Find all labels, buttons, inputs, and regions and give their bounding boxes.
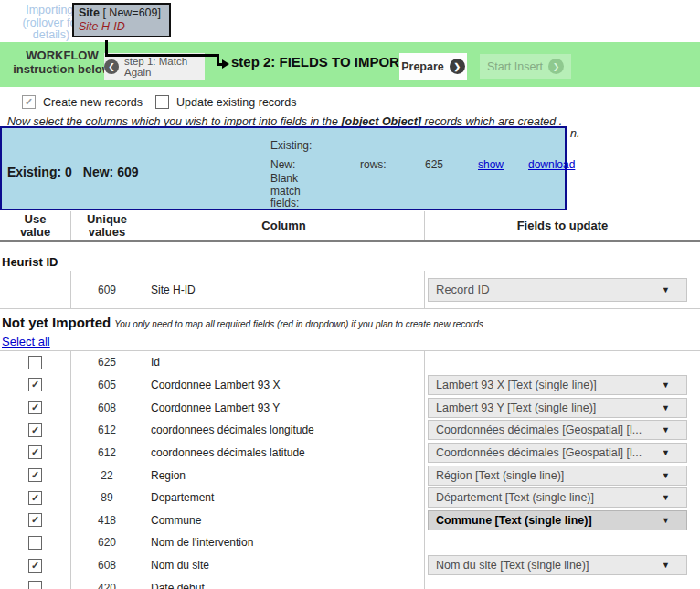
heurist-row-use-cell: [0, 271, 71, 308]
row-field-cell: [425, 351, 700, 374]
select-all-link[interactable]: Select all: [2, 335, 50, 348]
update-existing-checkbox[interactable]: [155, 95, 169, 109]
step1-button-label: step 1: Match Again: [124, 56, 205, 78]
row-checkbox[interactable]: [28, 581, 42, 589]
row-checkbox[interactable]: ✓: [28, 559, 42, 573]
row-field-cell: Département [Text (single line)]▼: [425, 487, 700, 509]
prepare-button[interactable]: Prepare ❯: [399, 53, 467, 80]
field-dropdown[interactable]: Commune [Text (single line)]▼: [428, 510, 687, 530]
show-link[interactable]: show: [478, 158, 504, 171]
dropdown-arrow-icon: ▼: [662, 425, 670, 434]
tooltip-title: Site [ New=609]: [79, 6, 164, 20]
field-dropdown[interactable]: Coordonnées décimales [Geospatial] [l...…: [428, 420, 687, 440]
row-use-cell: ✓: [0, 442, 71, 465]
row-field-cell: [425, 531, 700, 554]
row-checkbox[interactable]: ✓: [28, 445, 42, 459]
row-column-name: Id: [143, 351, 425, 374]
row-use-cell: ✓: [0, 509, 71, 531]
row-unique-count: 625: [71, 351, 143, 374]
create-new-checkbox[interactable]: ✓: [22, 95, 36, 109]
record-id-dropdown[interactable]: Record ID ▼: [428, 278, 687, 302]
row-field-cell: Coordonnées décimales [Geospatial] [l...…: [425, 419, 700, 442]
workflow-label: WORKFLOW instruction below: [4, 48, 121, 76]
summary-new-label: New:: [270, 158, 295, 171]
field-dropdown[interactable]: Lambert 93 X [Text (single line)]▼: [428, 375, 687, 395]
row-checkbox[interactable]: [28, 536, 42, 550]
start-insert-label: Start Insert: [487, 60, 543, 73]
rollover-tooltip: Site [ New=609] Site H-ID: [72, 3, 171, 37]
forward-circle-arrow-icon: ❯: [450, 59, 465, 74]
row-field-cell: Lambert 93 Y [Text (single line)]▼: [425, 396, 700, 419]
table-header: Use value Unique values Column Fields to…: [0, 211, 700, 242]
not-yet-imported-note: You only need to map all required fields…: [114, 319, 483, 329]
row-checkbox[interactable]: ✓: [28, 513, 42, 527]
data-table: 625Id✓605Coordonnee Lambert 93 XLambert …: [0, 350, 700, 589]
row-checkbox[interactable]: ✓: [28, 468, 42, 482]
row-use-cell: [0, 351, 71, 374]
row-unique-count: 418: [71, 509, 143, 531]
workflow-label-line1: WORKFLOW: [4, 48, 121, 62]
field-dropdown-value: Coordonnées décimales [Geospatial] [l...: [436, 423, 642, 436]
row-unique-count: 612: [71, 442, 143, 465]
row-use-cell: [0, 531, 71, 554]
not-yet-imported-label: Not yet Imported: [2, 315, 111, 330]
row-checkbox[interactable]: ✓: [28, 401, 42, 414]
row-unique-count: 608: [71, 396, 143, 419]
row-use-cell: ✓: [0, 396, 71, 419]
row-unique-count: 608: [71, 554, 143, 577]
download-link[interactable]: download: [528, 158, 575, 171]
summary-new-count: New: 609: [83, 165, 139, 179]
header-column-label: Column: [261, 220, 305, 232]
row-checkbox[interactable]: ✓: [28, 378, 42, 391]
prepare-button-label: Prepare: [401, 60, 444, 73]
field-dropdown[interactable]: Lambert 93 Y [Text (single line)]▼: [428, 398, 687, 418]
header-use-value-label: Use value: [8, 213, 63, 239]
field-dropdown-value: Coordonnées décimales [Geospatial] [l...: [436, 446, 642, 459]
summary-rows-value: 625: [425, 158, 443, 171]
tooltip-count: [ New=609]: [100, 6, 161, 19]
forward-circle-arrow-icon: ❯: [548, 59, 564, 74]
field-dropdown-value: Lambert 93 X [Text (single line)]: [436, 379, 597, 391]
field-dropdown[interactable]: Département [Text (single line)]▼: [428, 487, 687, 508]
connector-arrow-icon: [222, 59, 229, 69]
row-column-name: Coordonnee Lambert 93 Y: [143, 396, 425, 419]
dropdown-arrow-icon: ▼: [662, 561, 670, 570]
field-dropdown[interactable]: Coordonnées décimales [Geospatial] [l...…: [428, 443, 687, 463]
header-unique-values-label: Unique values: [80, 213, 134, 239]
heurist-id-section-title: Heurist ID: [2, 255, 58, 269]
dropdown-arrow-icon: ▼: [662, 285, 670, 294]
field-dropdown-value: Lambert 93 Y [Text (single line)]: [436, 402, 596, 414]
row-column-name: Departement: [143, 487, 425, 509]
step1-match-again-button[interactable]: ❮ step 1: Match Again: [104, 53, 205, 80]
row-column-name: coordonnees décimales longitude: [143, 419, 425, 442]
field-dropdown[interactable]: Région [Text (single line)]▼: [428, 466, 687, 486]
row-field-cell: Coordonnées décimales [Geospatial] [l...…: [425, 442, 700, 465]
row-use-cell: ✓: [0, 464, 71, 487]
dropdown-arrow-icon: ▼: [662, 403, 670, 412]
not-yet-imported-title: Not yet ImportedYou only need to map all…: [2, 315, 483, 330]
summary-rows-label: rows:: [360, 158, 387, 171]
row-column-name: Commune: [143, 509, 425, 531]
dropdown-arrow-icon: ▼: [662, 493, 670, 502]
row-column-name: Coordonnee Lambert 93 X: [143, 374, 425, 397]
heurist-row-field-cell: Record ID ▼: [425, 271, 700, 308]
row-checkbox[interactable]: [28, 356, 42, 369]
field-dropdown-value: Région [Text (single line)]: [436, 469, 564, 482]
row-column-name: Date début: [143, 576, 425, 589]
record-id-dropdown-value: Record ID: [436, 283, 490, 296]
field-dropdown-value: Département [Text (single line)]: [436, 491, 594, 504]
row-unique-count: 605: [71, 374, 143, 397]
field-dropdown-value: Commune [Text (single line)]: [436, 514, 592, 527]
row-column-name: coordonnees décimales latitude: [143, 442, 425, 465]
dropdown-arrow-icon: ▼: [662, 516, 670, 525]
row-unique-count: 89: [71, 487, 143, 509]
field-dropdown[interactable]: Nom du site [Text (single line)]▼: [428, 555, 687, 575]
header-column: Column: [143, 211, 425, 240]
import-wizard-screen: Importing: (rollover for details) WORKFL…: [0, 0, 700, 589]
row-checkbox[interactable]: ✓: [28, 423, 42, 437]
heurist-row-column: Site H-ID: [143, 271, 425, 308]
start-insert-button-disabled[interactable]: Start Insert ❯: [480, 54, 571, 79]
row-use-cell: ✓: [0, 554, 71, 577]
row-checkbox[interactable]: ✓: [28, 491, 42, 505]
row-column-name: Nom de l'intervention: [143, 531, 425, 554]
